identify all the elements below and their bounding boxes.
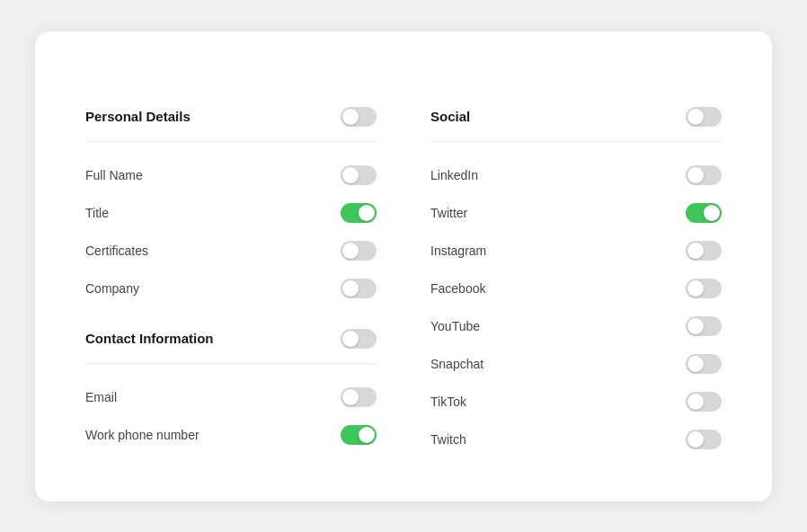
field-row: Instagram [430, 232, 722, 270]
field-label: Email [85, 390, 117, 404]
field-row: Twitter [430, 194, 722, 232]
section-title: Social [430, 109, 470, 124]
field-label: Instagram [430, 244, 486, 258]
field-row: Work phone number [85, 416, 377, 454]
field-1-0-toggle[interactable] [341, 387, 377, 407]
section-0-toggle[interactable] [341, 107, 377, 127]
field-0-4-toggle[interactable] [686, 316, 722, 336]
field-row: Email [85, 378, 377, 416]
field-0-5-toggle[interactable] [686, 354, 722, 374]
field-row: TikTok [430, 383, 722, 421]
section-divider [85, 363, 377, 364]
field-label: Certificates [85, 244, 148, 258]
section-title: Personal Details [85, 109, 191, 124]
field-0-3-toggle[interactable] [686, 279, 722, 298]
field-0-1-toggle[interactable] [686, 203, 722, 223]
field-label: Twitter [430, 206, 467, 220]
locked-fields-card: Personal DetailsFull NameTitleCertificat… [35, 31, 772, 501]
field-label: Work phone number [85, 428, 200, 442]
field-label: TikTok [430, 395, 466, 409]
field-label: YouTube [430, 319, 480, 333]
field-0-1-toggle[interactable] [341, 203, 377, 223]
field-label: Title [85, 206, 109, 220]
section-divider [430, 141, 722, 142]
field-0-6-toggle[interactable] [686, 392, 722, 412]
field-row: Title [85, 194, 377, 232]
field-row: Company [85, 270, 377, 307]
section-0-toggle[interactable] [686, 107, 722, 127]
left-column: Personal DetailsFull NameTitleCertificat… [85, 107, 377, 458]
field-row: Certificates [85, 232, 377, 270]
field-row: LinkedIn [430, 156, 722, 194]
field-row: YouTube [430, 307, 722, 345]
field-label: LinkedIn [430, 168, 478, 182]
field-row: Twitch [430, 421, 722, 458]
field-label: Twitch [430, 432, 466, 447]
section-spacer [85, 307, 377, 329]
field-1-1-toggle[interactable] [341, 425, 377, 445]
field-0-7-toggle[interactable] [686, 430, 722, 449]
section-header-personal-details: Personal Details [85, 107, 377, 127]
right-column: SocialLinkedInTwitterInstagramFacebookYo… [430, 107, 722, 458]
field-label: Company [85, 281, 139, 296]
field-0-0-toggle[interactable] [686, 165, 722, 185]
field-label: Facebook [430, 281, 485, 296]
columns-container: Personal DetailsFull NameTitleCertificat… [85, 107, 722, 458]
field-0-0-toggle[interactable] [341, 165, 377, 185]
section-header-contact-information: Contact Information [85, 329, 377, 349]
section-1-toggle[interactable] [341, 329, 377, 349]
field-0-3-toggle[interactable] [341, 279, 377, 298]
field-0-2-toggle[interactable] [341, 241, 377, 261]
section-title: Contact Information [85, 331, 214, 346]
field-row: Facebook [430, 270, 722, 307]
field-label: Snapchat [430, 357, 483, 371]
field-row: Snapchat [430, 345, 722, 383]
field-row: Full Name [85, 156, 377, 194]
field-label: Full Name [85, 168, 143, 182]
section-divider [85, 141, 377, 142]
field-0-2-toggle[interactable] [686, 241, 722, 261]
section-header-social: Social [430, 107, 722, 127]
